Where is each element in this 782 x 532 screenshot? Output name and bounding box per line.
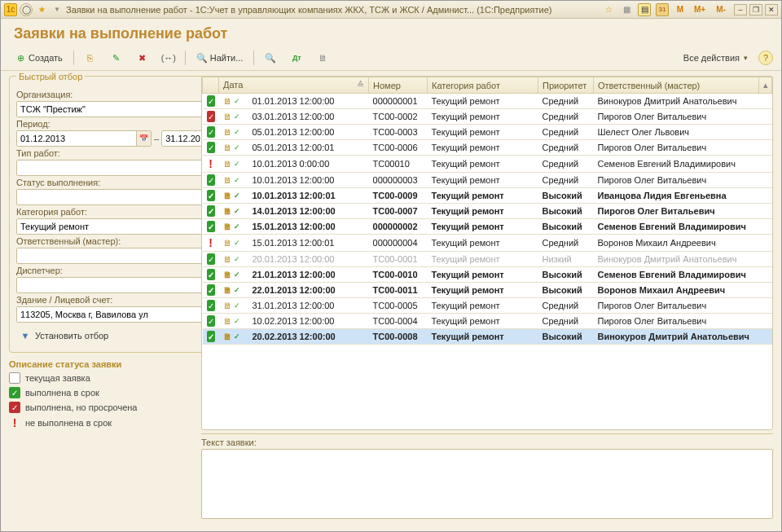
table-row[interactable]: ✓🗎✓10.02.2013 12:00:00ТС00-0004Текущий р… bbox=[203, 314, 772, 329]
status-done-ok-icon: ✓ bbox=[207, 205, 215, 217]
grid-tb-icon[interactable]: ▦ bbox=[620, 3, 633, 16]
doc-icon: 🗎 bbox=[223, 112, 232, 121]
col-priority-header[interactable]: Приоритет bbox=[538, 77, 594, 94]
table-row[interactable]: ✓🗎✓31.01.2013 12:00:00ТС00-0005Текущий р… bbox=[203, 298, 772, 314]
status-done-ok-icon: ✓ bbox=[207, 300, 215, 311]
table-row[interactable]: ✓🗎✓21.01.2013 12:00:00ТС00-0010Текущий р… bbox=[203, 267, 772, 283]
all-actions-button[interactable]: Все действия bbox=[678, 49, 753, 67]
calc-tb-icon[interactable]: ▤ bbox=[638, 3, 651, 16]
cell-category: Текущий ремонт bbox=[428, 252, 538, 267]
cell-category: Текущий ремонт bbox=[428, 109, 538, 125]
cell-priority: Средний bbox=[538, 173, 594, 188]
col-status-header[interactable] bbox=[203, 77, 219, 94]
cell-category: Текущий ремонт bbox=[428, 283, 538, 298]
posted-icon: ✓ bbox=[234, 191, 240, 200]
col-scroll-header: ▴ bbox=[759, 77, 772, 94]
cell-responsible: Винокуров Дмитрий Анатольевич bbox=[594, 94, 759, 109]
cell-responsible: Семенов Евгений Владимирович bbox=[594, 267, 759, 283]
calendar-icon[interactable]: 📅 bbox=[136, 131, 151, 146]
minimize-button[interactable]: – bbox=[734, 4, 747, 15]
table-row[interactable]: ✓🗎✓05.01.2013 12:00:00ТС00-0003Текущий р… bbox=[203, 125, 772, 140]
m-button[interactable]: M bbox=[674, 3, 687, 16]
posted-icon: ✓ bbox=[234, 97, 240, 105]
cell-responsible: Пирогов Олег Витальевич bbox=[594, 173, 759, 188]
maximize-button[interactable]: ❐ bbox=[749, 4, 762, 15]
cell-category: Текущий ремонт bbox=[428, 188, 538, 204]
table-row[interactable]: ✓🗎✓10.01.2013 12:00:01ТС00-0009Текущий р… bbox=[203, 188, 772, 204]
col-date-header[interactable]: Дата≙ bbox=[219, 77, 369, 94]
dt-kt-button[interactable]: Дт bbox=[285, 49, 308, 67]
favorite-icon[interactable]: ★ bbox=[35, 3, 48, 16]
status-done-ok-icon: ✓ bbox=[207, 284, 215, 296]
table-row[interactable]: ✓🗎✓01.01.2013 12:00:00000000001Текущий р… bbox=[203, 94, 772, 109]
detail-panel: Текст заявки: bbox=[201, 433, 773, 523]
close-button[interactable]: ✕ bbox=[765, 4, 778, 15]
delete-button[interactable]: ✖ bbox=[131, 49, 154, 67]
m-minus-button[interactable]: M- bbox=[713, 3, 729, 16]
find-button[interactable]: 🔍 Найти... bbox=[191, 49, 249, 67]
cell-date: 10.02.2013 12:00:00 bbox=[248, 314, 369, 329]
table-row[interactable]: ✓🗎✓03.01.2013 12:00:00ТС00-0002Текущий р… bbox=[203, 109, 772, 125]
grid-scroll[interactable]: Дата≙ Номер Категория работ Приоритет От… bbox=[202, 77, 772, 429]
edit-button[interactable]: ✎ bbox=[105, 49, 128, 67]
cell-responsible: Иванцова Лидия Евгеньевна bbox=[594, 188, 759, 204]
create-button[interactable]: ⊕ Создать bbox=[9, 49, 68, 67]
report-button[interactable]: 🗎 bbox=[311, 49, 334, 67]
posted-icon: ✓ bbox=[234, 143, 240, 152]
cell-category: Текущий ремонт bbox=[428, 173, 538, 188]
legend-done-late: выполнена, но просрочена bbox=[25, 402, 137, 412]
status-legend: Описание статуса заявки текущая заявка ✓… bbox=[9, 359, 195, 433]
doc-icon: 🗎 bbox=[223, 316, 232, 326]
date-from-input[interactable] bbox=[17, 131, 136, 146]
cell-responsible: Пирогов Олег Витальевич bbox=[594, 314, 759, 329]
doc-icon: 🗎 bbox=[223, 191, 232, 200]
table-row[interactable]: ✓🗎✓22.01.2013 12:00:00ТС00-0011Текущий р… bbox=[203, 283, 772, 298]
doc-icon: 🗎 bbox=[223, 254, 232, 264]
apply-filter-label: Установить отбор bbox=[35, 331, 108, 341]
table-row[interactable]: ✓🗎✓05.01.2013 12:00:01ТС00-0006Текущий р… bbox=[203, 140, 772, 156]
status-done-ok-icon: ✓ bbox=[207, 253, 215, 265]
search-cancel-button[interactable]: 🔍 bbox=[259, 49, 282, 67]
star-tb-icon[interactable]: ☆ bbox=[602, 3, 615, 16]
cell-priority: Средний bbox=[538, 125, 594, 140]
cell-responsible: Семенов Евгений Владимирович bbox=[594, 219, 759, 235]
legend-done-ok: выполнена в срок bbox=[25, 388, 99, 398]
help-button[interactable]: ? bbox=[758, 51, 773, 65]
table-row[interactable]: !🗎✓10.01.2013 0:00:00ТС00010Текущий ремо… bbox=[203, 156, 772, 173]
cell-date: 21.01.2013 12:00:00 bbox=[248, 267, 369, 283]
table-row[interactable]: ✓🗎✓10.01.2013 12:00:00000000003Текущий р… bbox=[203, 173, 772, 188]
cell-category: Текущий ремонт bbox=[428, 267, 538, 283]
col-category-header[interactable]: Категория работ bbox=[428, 77, 538, 94]
table-row[interactable]: ✓🗎✓20.02.2013 12:00:00ТС00-0008Текущий р… bbox=[203, 329, 772, 345]
table-row[interactable]: ✓🗎✓15.01.2013 12:00:00000000002Текущий р… bbox=[203, 219, 772, 235]
copy-button[interactable]: ⎘ bbox=[79, 49, 102, 67]
calendar-tb-icon[interactable]: 31 bbox=[656, 3, 669, 16]
nav-back-icon[interactable]: ◯ bbox=[20, 3, 33, 16]
cell-date: 14.01.2013 12:00:00 bbox=[248, 204, 369, 219]
col-number-header[interactable]: Номер bbox=[369, 77, 428, 94]
find-label: Найти... bbox=[210, 53, 244, 63]
posted-icon: ✓ bbox=[234, 222, 240, 231]
cell-priority: Средний bbox=[538, 94, 594, 109]
col-responsible-header[interactable]: Ответственный (мастер) bbox=[594, 77, 759, 94]
table-row[interactable]: ✓🗎✓20.01.2013 12:00:00ТС00-0001Текущий р… bbox=[203, 252, 772, 267]
content: Быстрый отбор Организация: … × 🔍 Период: bbox=[1, 71, 781, 531]
detail-text[interactable] bbox=[201, 449, 773, 519]
swap-button[interactable]: (↔) bbox=[157, 49, 180, 67]
doc-icon: 🗎 bbox=[223, 270, 232, 279]
table-row[interactable]: ✓🗎✓14.01.2013 12:00:00ТС00-0007Текущий р… bbox=[203, 204, 772, 219]
cell-responsible: Пирогов Олег Витальевич bbox=[594, 298, 759, 314]
posted-icon: ✓ bbox=[234, 255, 240, 263]
posted-icon: ✓ bbox=[234, 301, 240, 310]
cell-category: Текущий ремонт bbox=[428, 125, 538, 140]
table-row[interactable]: !🗎✓15.01.2013 12:00:01000000004Текущий р… bbox=[203, 235, 772, 252]
m-plus-button[interactable]: M+ bbox=[692, 3, 708, 16]
search-icon: 🔍 bbox=[196, 52, 208, 64]
date-from-field[interactable]: 📅 bbox=[16, 130, 152, 147]
cell-priority: Средний bbox=[538, 235, 594, 252]
cell-date: 10.01.2013 12:00:00 bbox=[248, 173, 369, 188]
cell-category: Текущий ремонт bbox=[428, 140, 538, 156]
status-done-ok-icon: ✓ bbox=[207, 174, 215, 186]
cell-date: 10.01.2013 0:00:00 bbox=[248, 156, 369, 173]
dropdown-icon[interactable]: ▼ bbox=[51, 3, 64, 16]
